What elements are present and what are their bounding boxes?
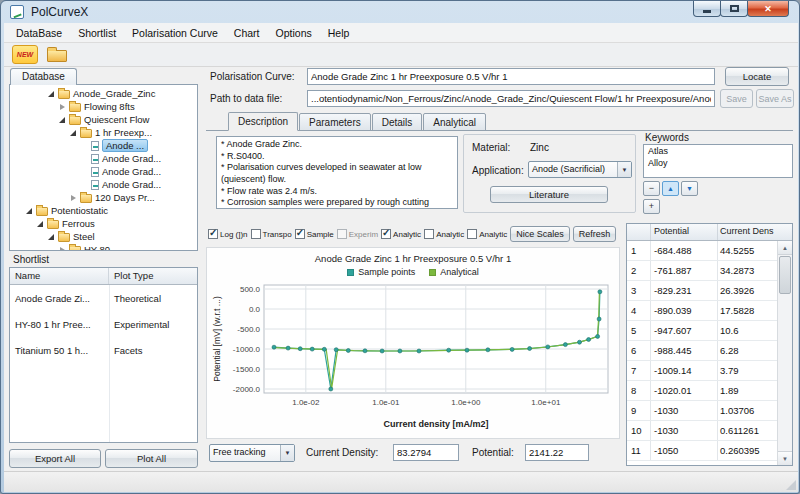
expanded-arrow-icon[interactable] — [69, 129, 77, 137]
tree-item[interactable]: Anode Grad... — [10, 178, 197, 191]
table-row[interactable]: 9-10301.03706 — [627, 401, 792, 421]
folder-icon — [69, 103, 81, 112]
chart-panel[interactable]: Anode Grade Zinc 1 hr Preexposure 0.5 V/… — [206, 247, 620, 439]
table-row[interactable]: 4-890.03917.5828 — [627, 301, 792, 321]
plot-all-button[interactable]: Plot All — [105, 449, 198, 468]
tree-item[interactable]: Potentiostatic — [10, 204, 197, 217]
close-button[interactable]: ✕ — [747, 1, 789, 17]
table-row[interactable]: 6-988.4456.28 — [627, 341, 792, 361]
row-number-column-header[interactable] — [627, 224, 651, 240]
nice-scales-button[interactable]: Nice Scales — [510, 226, 570, 242]
menu-item-shortlist[interactable]: Shortlist — [70, 24, 124, 42]
table-row[interactable]: 8-1020.011.89 — [627, 381, 792, 401]
tree-item[interactable]: Anode Grad... — [10, 152, 197, 165]
potential-column-header[interactable]: Potential — [651, 224, 718, 240]
shortlist-col-plot-type[interactable]: Plot Type — [109, 268, 197, 284]
tree-item[interactable]: 120 Days Pr... — [10, 191, 197, 204]
shortlist-col-name[interactable]: Name — [10, 268, 109, 284]
current-density-column-header[interactable]: Current Dens — [718, 224, 778, 240]
minimize-button[interactable] — [693, 1, 721, 17]
scroll-thumb[interactable] — [779, 256, 791, 294]
shortlist-row[interactable]: HY-80 1 hr Pree...Experimental — [10, 311, 197, 337]
table-row[interactable]: 1-684.48844.5255 — [627, 241, 792, 261]
current-density-value[interactable] — [393, 444, 459, 461]
tracking-mode-select[interactable]: Free tracking ▼ — [209, 444, 295, 462]
table-row[interactable]: 11-10500.260395 — [627, 441, 792, 461]
table-row[interactable]: 2-761.88734.2873 — [627, 261, 792, 281]
keyword-item[interactable]: Atlas — [644, 145, 792, 157]
refresh-button[interactable]: Refresh — [573, 226, 617, 242]
path-input[interactable] — [307, 90, 715, 107]
literature-button[interactable]: Literature — [490, 186, 608, 203]
tree-item[interactable]: Quiescent Flow — [10, 113, 197, 126]
tree-item[interactable]: Steel — [10, 230, 197, 243]
tab-analytical[interactable]: Analytical — [423, 113, 486, 131]
tree-item[interactable]: Flowing 8fts — [10, 100, 197, 113]
checkbox-5-analytic[interactable]: Analytic — [381, 229, 421, 239]
tree-item[interactable]: Ferrous — [10, 217, 197, 230]
resize-grip[interactable] — [786, 480, 796, 490]
menu-item-database[interactable]: DataBase — [8, 24, 70, 42]
tree-item[interactable]: Anode Grad... — [10, 165, 197, 178]
export-all-button[interactable]: Export All — [9, 449, 101, 468]
tree-item[interactable]: Anode ... — [10, 139, 197, 152]
collapsed-arrow-icon[interactable] — [58, 246, 66, 252]
expanded-arrow-icon[interactable] — [36, 220, 44, 228]
tab-description[interactable]: Description — [228, 112, 298, 131]
table-row[interactable]: 3-829.23126.3926 — [627, 281, 792, 301]
checkbox-1-logn[interactable]: Log (])n — [208, 229, 248, 239]
potential-value[interactable] — [525, 444, 589, 461]
menu-item-chart[interactable]: Chart — [226, 24, 268, 42]
table-row[interactable]: 7-1009.143.79 — [627, 361, 792, 381]
open-database-button[interactable] — [46, 46, 70, 64]
chevron-down-icon: ▼ — [280, 445, 294, 461]
table-row[interactable]: 10-10300.611261 — [627, 421, 792, 441]
polarisation-curve-input[interactable] — [307, 68, 715, 85]
new-button[interactable]: NEW — [12, 45, 38, 64]
checkbox-6-analytic[interactable]: Analytic — [424, 229, 464, 239]
expanded-arrow-icon[interactable] — [25, 207, 33, 215]
maximize-button[interactable] — [720, 1, 748, 17]
status-bar — [4, 471, 798, 492]
potential-cell: -761.887 — [651, 261, 718, 280]
expanded-arrow-icon[interactable] — [47, 90, 55, 98]
table-row[interactable]: 5-947.60710.6 — [627, 321, 792, 341]
expanded-arrow-icon[interactable] — [47, 233, 55, 241]
expanded-arrow-icon[interactable] — [58, 116, 66, 124]
chart-controls-row: Log (])nTranspoSampleExperimAnalyticAnal… — [208, 226, 626, 242]
collapsed-arrow-icon[interactable] — [58, 103, 66, 111]
keywords-list[interactable]: AtlasAlloy — [643, 144, 793, 178]
menu-item-help[interactable]: Help — [320, 24, 358, 42]
save-button[interactable]: Save — [720, 89, 753, 108]
shortlist-row[interactable]: Titanium 50 1 h...Facets — [10, 337, 197, 363]
tree-item[interactable]: HY-80 — [10, 243, 197, 251]
locate-button[interactable]: Locate — [725, 67, 789, 86]
application-select[interactable]: Anode (Sacrificial) ▼ — [528, 161, 632, 178]
checkbox-3-sample[interactable]: Sample — [295, 229, 334, 239]
collapsed-arrow-icon[interactable] — [69, 194, 77, 202]
title-bar[interactable]: PolCurveX ✕ — [1, 1, 799, 23]
chart-svg[interactable]: 1.0e-021.0e-011.0e+001.0e+01500.00.0-500… — [210, 281, 616, 435]
keyword-up-button[interactable]: ▲ — [662, 181, 679, 196]
tree-item[interactable]: Anode_Grade_Zinc — [10, 87, 197, 100]
keyword-down-button[interactable]: ▼ — [681, 181, 698, 196]
scroll-up-icon[interactable]: ▲ — [778, 241, 792, 255]
keyword-add-button[interactable]: + — [643, 199, 660, 214]
tree-item[interactable]: 1 hr Preexp... — [10, 126, 197, 139]
menu-item-polarisation-curve[interactable]: Polarisation Curve — [124, 24, 226, 42]
menu-item-options[interactable]: Options — [268, 24, 320, 42]
checkbox-4-experim[interactable]: Experim — [337, 229, 378, 239]
shortlist-row[interactable]: Anode Grade Zi...Theoretical — [10, 285, 197, 311]
tab-details[interactable]: Details — [372, 113, 423, 131]
save-as-button[interactable]: Save As — [756, 89, 794, 108]
tree-item-label: HY-80 — [84, 244, 110, 251]
checkbox-2-transpo[interactable]: Transpo — [251, 229, 292, 239]
tab-database[interactable]: Database — [10, 68, 77, 85]
keyword-remove-button[interactable]: − — [643, 181, 660, 196]
checkbox-7-analytic[interactable]: Analytic — [467, 229, 507, 239]
description-text[interactable]: * Anode Grade Zinc. * R.S0400. * Polaris… — [216, 136, 458, 209]
scroll-down-icon[interactable]: ▼ — [778, 451, 792, 465]
tab-parameters[interactable]: Parameters — [299, 113, 371, 131]
keyword-item[interactable]: Alloy — [644, 157, 792, 169]
table-scrollbar[interactable]: ▲ ▼ — [777, 241, 792, 465]
